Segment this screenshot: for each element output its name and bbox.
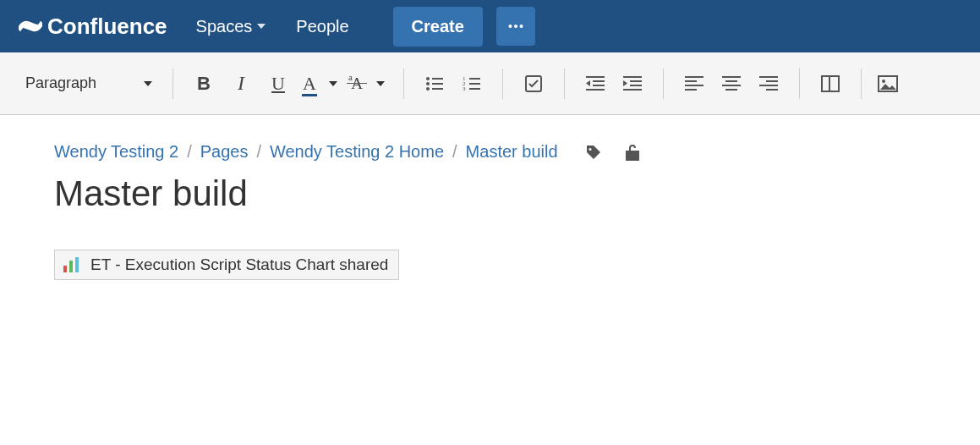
- svg-rect-40: [63, 266, 67, 272]
- svg-rect-22: [630, 85, 642, 86]
- svg-rect-42: [75, 257, 79, 272]
- svg-rect-35: [766, 89, 778, 91]
- svg-rect-41: [69, 261, 73, 272]
- text-color-swatch: [302, 94, 317, 96]
- strikethrough-line-icon: [347, 83, 367, 85]
- insert-files-button[interactable]: [873, 67, 902, 101]
- svg-rect-16: [586, 76, 605, 78]
- more-formatting-button[interactable]: a A: [344, 67, 370, 101]
- indent-icon: [623, 76, 642, 91]
- breadcrumb-link[interactable]: Wendy Testing 2: [54, 142, 178, 162]
- svg-rect-18: [593, 85, 605, 86]
- align-right-icon: [759, 76, 778, 91]
- brand-name: Confluence: [47, 14, 167, 40]
- superscript-a: a: [348, 72, 353, 82]
- confluence-logo[interactable]: Confluence: [19, 14, 167, 40]
- svg-rect-37: [822, 76, 829, 91]
- svg-rect-19: [586, 89, 605, 91]
- caret-down-icon: [144, 81, 152, 86]
- toolbar-divider: [502, 69, 503, 99]
- bullet-list-button[interactable]: [416, 67, 453, 101]
- checkbox-icon: [524, 74, 543, 93]
- breadcrumb-link[interactable]: Wendy Testing 2 Home: [270, 142, 444, 162]
- numbered-list-button[interactable]: 123: [453, 67, 490, 101]
- bullet-list-icon: [425, 75, 444, 92]
- create-button[interactable]: Create: [393, 7, 483, 47]
- italic-button[interactable]: I: [222, 67, 260, 101]
- svg-point-39: [882, 80, 885, 83]
- image-icon: [878, 75, 898, 92]
- breadcrumb-separator: /: [256, 142, 261, 162]
- svg-rect-34: [759, 85, 778, 86]
- toolbar-divider: [172, 69, 173, 99]
- breadcrumb-link[interactable]: Pages: [200, 142, 249, 162]
- align-left-button[interactable]: [676, 67, 713, 101]
- more-menu-button[interactable]: [496, 7, 535, 46]
- align-right-button[interactable]: [750, 67, 787, 101]
- macro-placeholder[interactable]: ET - Execution Script Status Chart share…: [54, 250, 399, 280]
- ellipsis-icon: [508, 24, 523, 29]
- svg-point-3: [426, 77, 430, 80]
- format-toolbar: Paragraph B I U A a A 123: [0, 52, 980, 115]
- svg-point-2: [519, 25, 523, 28]
- chart-icon: [62, 255, 84, 274]
- svg-rect-31: [725, 89, 737, 91]
- confluence-logo-icon: [19, 14, 42, 38]
- macro-label: ET - Execution Script Status Chart share…: [90, 255, 388, 274]
- outdent-button[interactable]: [577, 67, 614, 101]
- text-color-letter: A: [303, 73, 316, 95]
- nav-people-label: People: [296, 17, 348, 36]
- outdent-icon: [586, 76, 605, 91]
- numbered-list-icon: 123: [463, 75, 481, 92]
- caret-down-icon: [376, 81, 385, 86]
- svg-rect-10: [469, 78, 480, 80]
- page-layout-button[interactable]: [812, 67, 849, 101]
- page-title: Master build: [54, 173, 926, 214]
- labels-icon[interactable]: [585, 144, 602, 161]
- svg-point-1: [514, 25, 517, 28]
- toolbar-divider: [799, 69, 800, 99]
- unlock-icon[interactable]: [624, 143, 641, 162]
- svg-rect-6: [432, 83, 443, 85]
- svg-point-7: [426, 87, 430, 91]
- svg-rect-28: [722, 76, 741, 78]
- more-formatting-dropdown[interactable]: [370, 81, 391, 86]
- toolbar-divider: [861, 69, 862, 99]
- svg-rect-23: [623, 89, 642, 91]
- page-content: Wendy Testing 2 / Pages / Wendy Testing …: [0, 115, 980, 307]
- svg-rect-20: [623, 76, 642, 78]
- svg-rect-8: [432, 88, 443, 90]
- breadcrumb-link[interactable]: Master build: [466, 142, 558, 162]
- bold-button[interactable]: B: [185, 67, 222, 101]
- svg-rect-29: [725, 80, 737, 82]
- svg-rect-24: [685, 76, 704, 78]
- svg-rect-25: [685, 80, 697, 82]
- text-color-dropdown[interactable]: [322, 81, 344, 86]
- align-center-button[interactable]: [713, 67, 750, 101]
- page-layout-icon: [821, 75, 840, 92]
- svg-rect-30: [722, 85, 741, 86]
- svg-rect-21: [630, 80, 642, 82]
- indent-button[interactable]: [614, 67, 651, 101]
- svg-rect-14: [469, 88, 480, 90]
- svg-point-0: [508, 25, 512, 28]
- align-center-icon: [722, 76, 741, 91]
- svg-point-5: [426, 82, 430, 85]
- caret-down-icon: [257, 24, 266, 29]
- nav-people[interactable]: People: [286, 12, 359, 41]
- breadcrumb: Wendy Testing 2 / Pages / Wendy Testing …: [54, 142, 926, 162]
- underline-button[interactable]: U: [260, 67, 297, 101]
- toolbar-divider: [663, 69, 664, 99]
- top-nav: Confluence Spaces People Create: [0, 0, 980, 52]
- svg-rect-4: [432, 78, 443, 80]
- svg-rect-12: [469, 83, 480, 85]
- text-color-button[interactable]: A: [297, 67, 322, 101]
- toolbar-divider: [564, 69, 565, 99]
- paragraph-style-select[interactable]: Paragraph: [17, 67, 161, 101]
- align-left-icon: [685, 76, 704, 91]
- task-list-button[interactable]: [515, 67, 552, 101]
- svg-text:3: 3: [463, 85, 466, 92]
- breadcrumb-separator: /: [187, 142, 192, 162]
- toolbar-divider: [403, 69, 404, 99]
- nav-spaces[interactable]: Spaces: [186, 12, 276, 41]
